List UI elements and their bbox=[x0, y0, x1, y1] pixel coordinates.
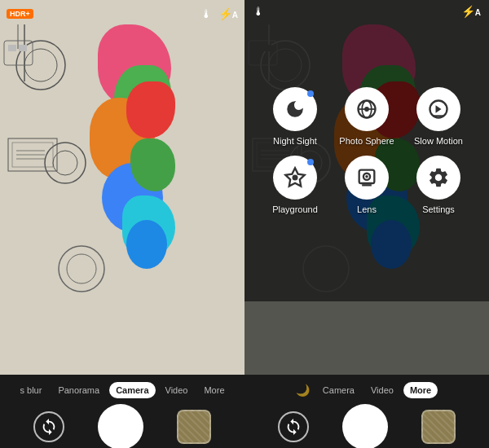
settings-icon-circle bbox=[416, 156, 460, 200]
shutter-button-right[interactable] bbox=[342, 404, 388, 448]
photosphere-icon bbox=[355, 98, 378, 121]
tab-more-left[interactable]: More bbox=[197, 382, 231, 398]
svg-point-9 bbox=[59, 246, 104, 292]
tab-camera-left[interactable]: Camera bbox=[109, 382, 155, 398]
mode-item-playground[interactable]: Playground bbox=[262, 156, 328, 214]
mode-item-photo-sphere[interactable]: Photo Sphere bbox=[334, 87, 399, 146]
hdr-badge: HDR+ bbox=[7, 9, 33, 19]
mode-item-night-sight[interactable]: Night Sight bbox=[262, 87, 328, 146]
right-camera-controls bbox=[244, 406, 489, 448]
right-icons: 🌡 ⚡A bbox=[200, 7, 238, 20]
lens-icon bbox=[355, 166, 378, 189]
flash-icon-right: ⚡A bbox=[461, 5, 481, 18]
hdr-badge-container: HDR+ bbox=[7, 9, 33, 19]
mode-item-slow-motion[interactable]: Slow Motion bbox=[406, 87, 471, 146]
svg-point-2 bbox=[45, 143, 86, 183]
tab-panorama[interactable]: Panorama bbox=[51, 382, 106, 398]
photo-sphere-icon-circle bbox=[345, 87, 389, 131]
lens-label: Lens bbox=[357, 204, 377, 214]
night-sight-icon-circle bbox=[273, 87, 317, 131]
tab-camera-right[interactable]: Camera bbox=[316, 382, 361, 398]
slow-motion-icon-circle bbox=[416, 87, 460, 131]
slow-motion-label: Slow Motion bbox=[414, 136, 463, 146]
flash-label-right: A bbox=[475, 8, 481, 17]
left-status-bar: HDR+ 🌡 ⚡A bbox=[0, 2, 244, 26]
brain-artwork-left bbox=[0, 0, 244, 375]
tab-video-right[interactable]: Video bbox=[364, 382, 400, 398]
rotate-camera-button[interactable] bbox=[33, 411, 64, 442]
svg-rect-15 bbox=[19, 45, 27, 51]
shutter-button[interactable] bbox=[98, 404, 143, 448]
left-mode-tabs: s blur Panorama Camera Video More bbox=[0, 375, 244, 406]
moon-icon bbox=[284, 99, 306, 120]
rotate-camera-button-right[interactable] bbox=[278, 411, 309, 442]
photo-sphere-label: Photo Sphere bbox=[339, 136, 394, 146]
flash-label-left: A bbox=[232, 11, 238, 20]
svg-point-36 bbox=[293, 175, 298, 181]
tab-more-right[interactable]: More bbox=[403, 382, 438, 398]
left-viewfinder bbox=[0, 0, 244, 375]
svg-point-39 bbox=[365, 175, 368, 178]
slow-motion-icon bbox=[427, 98, 450, 121]
svg-point-10 bbox=[67, 254, 96, 283]
flash-icon-left: ⚡A bbox=[218, 7, 238, 20]
thermometer-icon-left: 🌡 bbox=[200, 7, 212, 20]
mode-item-lens[interactable]: Lens bbox=[334, 156, 399, 214]
right-mode-tabs: 🌙 Camera Video More bbox=[244, 375, 489, 406]
gallery-button-right[interactable] bbox=[421, 410, 456, 444]
left-camera-panel: HDR+ 🌡 ⚡A s blur Panorama Camera Video M… bbox=[0, 0, 244, 448]
night-sight-dot bbox=[307, 90, 314, 97]
rotate-icon-right bbox=[284, 418, 302, 436]
mode-item-settings[interactable]: Settings bbox=[406, 156, 471, 214]
tab-s-blur[interactable]: s blur bbox=[13, 382, 48, 398]
svg-point-33 bbox=[364, 107, 369, 112]
night-sight-label: Night Sight bbox=[273, 136, 317, 146]
left-bottom-nav: s blur Panorama Camera Video More bbox=[0, 375, 244, 448]
color-blue2-left bbox=[126, 220, 167, 269]
playground-icon-circle bbox=[273, 156, 317, 200]
left-camera-controls bbox=[0, 406, 244, 448]
mode-grid: Night Sight Photo Sphere bbox=[254, 79, 479, 222]
right-viewfinder: Night Sight Photo Sphere bbox=[244, 0, 489, 375]
svg-rect-14 bbox=[8, 45, 16, 51]
tab-video-left[interactable]: Video bbox=[159, 382, 195, 398]
rotate-icon bbox=[40, 418, 58, 436]
lens-icon-circle bbox=[345, 156, 389, 200]
playground-icon bbox=[284, 166, 306, 189]
moon-half-icon: 🌙 bbox=[296, 384, 310, 397]
settings-label: Settings bbox=[422, 204, 455, 214]
settings-gear-icon bbox=[427, 166, 450, 189]
playground-dot bbox=[307, 159, 314, 165]
playground-label: Playground bbox=[272, 204, 318, 214]
right-top-bar: 🌡 ⚡A bbox=[244, 5, 489, 18]
mode-menu-overlay: Night Sight Photo Sphere bbox=[244, 0, 489, 301]
gallery-button[interactable] bbox=[177, 410, 211, 444]
right-camera-panel: Night Sight Photo Sphere bbox=[244, 0, 489, 448]
right-bottom-nav: 🌙 Camera Video More bbox=[244, 375, 489, 448]
thermometer-icon-right: 🌡 bbox=[253, 5, 264, 18]
